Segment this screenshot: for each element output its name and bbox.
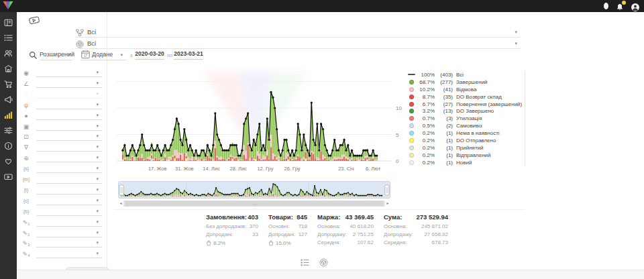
scrollbar-thumb[interactable]: ⋯ bbox=[125, 201, 384, 206]
legend-text: DO Завершено bbox=[456, 108, 494, 114]
products-view-icon[interactable] bbox=[319, 258, 328, 266]
legend-item[interactable]: 0.2%(1)Відправлений bbox=[407, 152, 525, 159]
filter-input[interactable] bbox=[36, 79, 102, 88]
legend-item[interactable]: 6.7%(27)Повернення (завершений) bbox=[407, 101, 525, 108]
chevron-down-icon: ▾ bbox=[96, 187, 99, 192]
orders-timeline-chart[interactable]: 051017. Жов31. Жов14. Лис28. Лис12. Гру2… bbox=[114, 64, 402, 176]
nav-dashboard-icon[interactable] bbox=[4, 18, 13, 27]
legend-text: Повернення (завершений) bbox=[456, 101, 522, 107]
nav-orders-icon[interactable] bbox=[4, 34, 13, 42]
date-from-input[interactable]: 2020-03-20 bbox=[135, 49, 164, 60]
user-icon[interactable] bbox=[604, 3, 608, 9]
filter-row-4[interactable]: ψ▾ bbox=[17, 101, 107, 110]
scroll-right-icon[interactable]: ▸ bbox=[385, 201, 390, 207]
filter-input[interactable] bbox=[36, 197, 102, 205]
video-tag-icon[interactable] bbox=[28, 15, 40, 27]
legend-item[interactable]: 0.2%(1)Новий bbox=[407, 159, 525, 166]
filter-input[interactable] bbox=[36, 229, 102, 237]
navigator-handle-right[interactable] bbox=[385, 185, 390, 195]
filter-row-2[interactable]: ∠▾ bbox=[17, 79, 107, 89]
filter-row-17[interactable]: ✎₃▾ bbox=[17, 239, 107, 248]
legend-swatch bbox=[409, 116, 414, 121]
legend-item[interactable]: 0.2%(1)Нема в наявності bbox=[407, 129, 525, 137]
navigator-handle-left[interactable] bbox=[119, 185, 124, 195]
chevron-down-icon: ▾ bbox=[96, 166, 99, 171]
filter-row-18[interactable]: ✎₄▾ bbox=[17, 249, 107, 259]
legend-item[interactable]: 0.7%(3)Утилізація bbox=[407, 115, 525, 122]
nav-store-icon[interactable] bbox=[4, 64, 13, 73]
filter-row-6[interactable]: ▣▾ bbox=[17, 122, 107, 131]
nav-marketing-icon[interactable] bbox=[4, 95, 13, 104]
filter-row-10[interactable]: {s}▾ bbox=[17, 164, 107, 174]
legend-text: (1) bbox=[435, 160, 453, 166]
nav-cart-icon[interactable] bbox=[4, 80, 13, 89]
date-field-select[interactable]: 17 Додане ▾ bbox=[80, 50, 126, 60]
legend-swatch bbox=[409, 146, 414, 150]
filter-input[interactable] bbox=[36, 154, 102, 162]
filter-row-1[interactable]: ◉▾ bbox=[17, 68, 107, 78]
product-filter-select[interactable]: Всі ▾ bbox=[75, 38, 521, 49]
legend-item[interactable]: 100%(403)Всі bbox=[407, 71, 525, 78]
filter-row-15[interactable]: ✎₁▾ bbox=[17, 218, 107, 227]
legend-item[interactable]: 0.5%(2)Самовивіз bbox=[407, 122, 525, 129]
date-to-input[interactable]: 2023-03-21 bbox=[174, 49, 203, 60]
notifications-bell-icon[interactable] bbox=[616, 2, 624, 11]
filter-row-8[interactable]: ∇▾ bbox=[17, 143, 107, 152]
avatar[interactable] bbox=[631, 2, 639, 10]
search-mode-select[interactable]: Розширений ▾ bbox=[40, 50, 72, 60]
legend-item[interactable]: 10.2%(41)Відмова bbox=[407, 86, 525, 93]
filter-input[interactable] bbox=[36, 186, 102, 194]
nav-care-icon[interactable] bbox=[4, 157, 13, 166]
filter-input[interactable] bbox=[36, 218, 102, 227]
chevron-down-icon: ▾ bbox=[68, 52, 71, 58]
nav-video-icon[interactable] bbox=[4, 172, 13, 181]
brand-triangle-logo[interactable] bbox=[3, 1, 13, 11]
legend-item[interactable]: 0.2%(1)Прийнятий bbox=[407, 144, 525, 152]
chevron-down-icon: ▾ bbox=[96, 123, 99, 129]
filter-row-13[interactable]: {c}▾ bbox=[17, 197, 107, 206]
filter-row-7[interactable]: ⊡▾ bbox=[17, 132, 107, 142]
legend-swatch bbox=[409, 138, 414, 143]
svg-text:0: 0 bbox=[396, 158, 399, 164]
legend-item[interactable]: 3.2%(13)DO Завершено bbox=[407, 107, 525, 115]
nav-info-icon[interactable] bbox=[4, 142, 13, 150]
filter-input[interactable] bbox=[36, 164, 102, 173]
filter-row-12[interactable]: {t}▾ bbox=[17, 186, 107, 195]
nav-statistics-icon[interactable] bbox=[4, 111, 13, 119]
filter-row-3[interactable]: ◌▾ bbox=[17, 90, 107, 99]
filter-input[interactable] bbox=[36, 207, 102, 216]
chevron-down-icon: ▾ bbox=[96, 230, 99, 235]
filter-row-11[interactable]: {m}▾ bbox=[17, 175, 107, 184]
filter-row-9[interactable]: ⊕▾ bbox=[17, 154, 107, 163]
filter-input[interactable] bbox=[36, 111, 102, 120]
legend-item[interactable]: 8.7%(35)DO Возврат склад bbox=[407, 93, 525, 101]
legend-text: (1) bbox=[435, 145, 453, 151]
filter-row-5[interactable]: ●▾ bbox=[17, 111, 107, 121]
filter-input[interactable] bbox=[36, 68, 102, 77]
filter-input[interactable] bbox=[36, 175, 102, 184]
filter-input[interactable] bbox=[36, 90, 102, 99]
legend-item[interactable]: 68.7%(277)Завершений bbox=[407, 78, 525, 86]
notification-badge bbox=[622, 1, 626, 5]
custom-field-2-icon: ✎₂ bbox=[21, 229, 31, 238]
legend-text: (277) bbox=[435, 79, 453, 85]
filter-row-14[interactable]: {b}▾ bbox=[17, 207, 107, 217]
nav-settings-icon[interactable] bbox=[4, 126, 13, 135]
list-view-icon[interactable] bbox=[301, 258, 309, 266]
scroll-left-icon[interactable]: ◂ bbox=[118, 201, 123, 207]
filter-input[interactable] bbox=[36, 101, 102, 109]
scrollbar-track[interactable]: ⋯ bbox=[123, 201, 385, 207]
filter-input[interactable] bbox=[36, 239, 102, 247]
chart-navigator[interactable] bbox=[118, 181, 390, 199]
nav-customers-icon[interactable] bbox=[4, 49, 13, 58]
filter-input[interactable] bbox=[36, 132, 102, 141]
chevron-down-icon: ▾ bbox=[96, 91, 99, 97]
filter-input[interactable] bbox=[36, 122, 102, 131]
legend-item[interactable]: 0.2%(1)DO Отправлено bbox=[407, 137, 525, 144]
filter-input[interactable] bbox=[36, 249, 102, 258]
filter-input[interactable] bbox=[36, 143, 102, 152]
legend-text: Самовивіз bbox=[456, 123, 482, 129]
search-icon[interactable] bbox=[29, 50, 38, 62]
status-group-select[interactable]: Всі ▾ bbox=[75, 27, 521, 38]
filter-row-16[interactable]: ✎₂▾ bbox=[17, 229, 107, 238]
